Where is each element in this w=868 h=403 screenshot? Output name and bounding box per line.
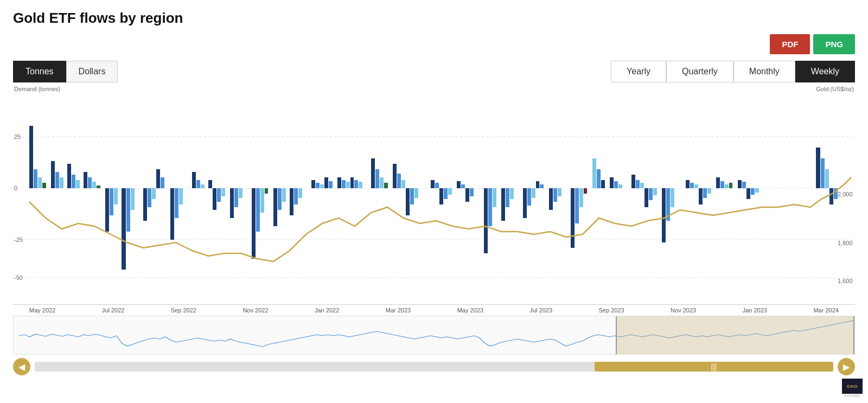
svg-rect-52 <box>265 188 268 194</box>
svg-rect-104 <box>575 188 579 223</box>
svg-rect-87 <box>465 188 469 202</box>
scroll-right-button[interactable]: ▶ <box>838 358 855 375</box>
x-label-jan2022: Jan 2022 <box>315 307 339 314</box>
svg-rect-74 <box>393 164 397 188</box>
svg-rect-46 <box>230 188 234 218</box>
svg-rect-111 <box>614 181 618 188</box>
svg-rect-78 <box>410 188 414 204</box>
svg-rect-51 <box>260 188 264 213</box>
svg-rect-132 <box>738 180 742 188</box>
svg-rect-33 <box>152 188 156 199</box>
svg-rect-53 <box>273 188 277 226</box>
svg-rect-13 <box>38 177 42 188</box>
svg-rect-73 <box>384 183 388 188</box>
svg-rect-22 <box>88 177 92 188</box>
right-axis-label: Gold (US$/oz) <box>816 86 854 92</box>
svg-rect-130 <box>725 184 729 188</box>
tab-quarterly[interactable]: Quarterly <box>666 61 733 82</box>
svg-rect-107 <box>592 158 596 188</box>
svg-rect-58 <box>298 188 302 198</box>
tab-yearly[interactable]: Yearly <box>611 61 666 82</box>
x-label-jul2023: Jul 2023 <box>529 307 552 314</box>
svg-rect-112 <box>618 184 622 188</box>
svg-rect-113 <box>631 175 635 188</box>
x-label-sep2023: Sep 2023 <box>599 307 624 314</box>
svg-rect-103 <box>571 188 575 248</box>
main-chart-area: 25 0 -25 -50 2,000 1,800 1,600 <box>13 93 855 305</box>
svg-rect-39 <box>192 172 196 188</box>
svg-rect-59 <box>311 180 315 188</box>
svg-rect-43 <box>213 188 216 210</box>
svg-rect-116 <box>644 188 648 207</box>
svg-rect-56 <box>290 188 293 215</box>
svg-text:-50: -50 <box>14 274 23 281</box>
tab-dollars[interactable]: Dollars <box>66 61 118 82</box>
svg-rect-96 <box>527 188 531 206</box>
svg-rect-67 <box>350 177 354 188</box>
svg-rect-49 <box>252 188 256 259</box>
svg-rect-110 <box>610 177 614 188</box>
x-label-nov2022: Nov 2022 <box>242 307 268 314</box>
svg-rect-127 <box>707 188 711 194</box>
svg-rect-71 <box>375 169 379 188</box>
scroll-thumb[interactable]: ||| <box>595 362 833 372</box>
svg-text:1,600: 1,600 <box>838 278 853 284</box>
x-label-sep2022: Sep 2022 <box>171 307 196 314</box>
logo: SNO SOUND <box>842 379 863 398</box>
svg-rect-20 <box>76 180 80 188</box>
pdf-button[interactable]: PDF <box>770 34 810 54</box>
svg-rect-108 <box>597 169 601 188</box>
svg-rect-57 <box>294 188 298 204</box>
svg-rect-102 <box>558 188 561 196</box>
scrollbar-row: ◀ ||| ▶ <box>13 358 855 375</box>
x-label-jan2024: Jan 2023 <box>743 307 767 314</box>
tab-weekly[interactable]: Weekly <box>795 61 855 82</box>
svg-rect-131 <box>729 183 732 188</box>
svg-rect-30 <box>131 188 135 210</box>
x-label-jul2022: Jul 2022 <box>102 307 125 314</box>
mini-chart-selection[interactable] <box>616 316 854 354</box>
svg-rect-28 <box>122 188 126 270</box>
svg-rect-38 <box>179 188 183 204</box>
svg-rect-115 <box>640 183 644 188</box>
scroll-track[interactable]: ||| <box>35 362 833 372</box>
svg-rect-79 <box>414 188 418 198</box>
period-tab-group: Yearly Quarterly Monthly Weekly <box>611 61 855 82</box>
svg-rect-31 <box>143 188 147 221</box>
svg-rect-29 <box>126 188 130 232</box>
svg-text:1,800: 1,800 <box>838 240 853 246</box>
svg-rect-23 <box>92 182 96 188</box>
svg-rect-125 <box>699 188 703 204</box>
png-button[interactable]: PNG <box>813 34 855 54</box>
svg-rect-97 <box>532 188 535 198</box>
svg-text:0: 0 <box>14 185 17 191</box>
svg-rect-126 <box>703 188 707 198</box>
svg-rect-99 <box>540 184 544 188</box>
svg-rect-94 <box>510 188 514 199</box>
svg-text:-25: -25 <box>14 236 23 243</box>
svg-rect-134 <box>746 188 750 199</box>
svg-rect-77 <box>406 188 410 215</box>
svg-rect-35 <box>161 177 164 188</box>
svg-rect-106 <box>584 188 587 194</box>
tab-monthly[interactable]: Monthly <box>733 61 795 82</box>
svg-rect-55 <box>282 188 286 202</box>
svg-text:2,000: 2,000 <box>838 191 853 197</box>
svg-rect-47 <box>234 188 238 207</box>
svg-rect-32 <box>148 188 151 207</box>
svg-rect-21 <box>84 172 87 188</box>
x-label-mar2024: Mar 2024 <box>813 307 838 314</box>
svg-rect-124 <box>694 184 698 188</box>
scroll-left-button[interactable]: ◀ <box>13 358 30 375</box>
tab-tonnes[interactable]: Tonnes <box>13 61 66 82</box>
svg-rect-128 <box>716 177 720 188</box>
svg-rect-40 <box>196 180 200 188</box>
svg-rect-100 <box>549 188 553 210</box>
x-label-may2022: May 2022 <box>29 307 55 314</box>
svg-rect-61 <box>320 184 324 188</box>
x-label-nov2023: Nov 2023 <box>671 307 696 314</box>
svg-rect-88 <box>470 188 474 196</box>
svg-rect-109 <box>601 180 605 188</box>
svg-rect-16 <box>55 172 59 188</box>
page-title: Gold ETF flows by region <box>13 10 855 27</box>
